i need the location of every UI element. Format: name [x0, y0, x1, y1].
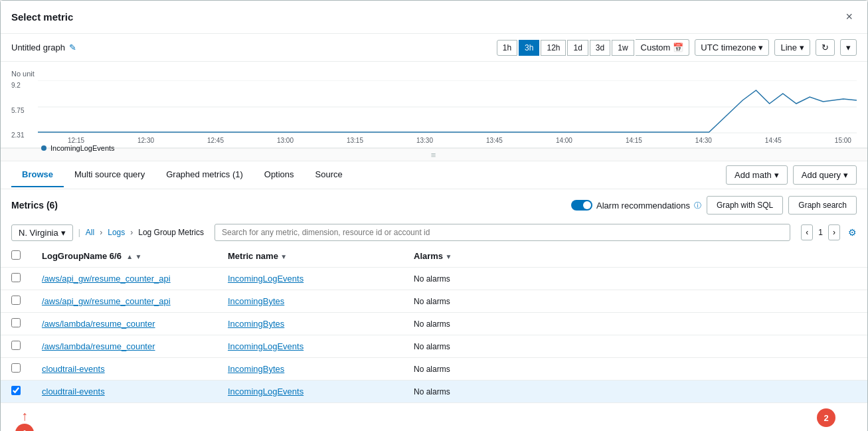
row-6-checkbox[interactable]: [11, 386, 21, 395]
row-5-metric[interactable]: IncomingBytes: [228, 364, 284, 374]
row-2-checkbox[interactable]: [11, 296, 21, 305]
current-page: 1: [816, 228, 825, 237]
select-all-checkbox[interactable]: [11, 250, 21, 260]
graph-with-sql-button[interactable]: Graph with SQL: [707, 196, 783, 215]
time-1w[interactable]: 1w: [612, 40, 634, 56]
row-1-alarms: No alarms: [403, 268, 867, 290]
arrow-down-icon-2: ↓: [823, 427, 829, 431]
alarms-filter-icon[interactable]: ▼: [445, 253, 452, 260]
chevron-down-icon-math: ▾: [774, 170, 779, 180]
loggroup-sort-icon[interactable]: ▲: [126, 253, 133, 260]
table-header-row: LogGroupName 6/6 ▲ ▼ Metric name ▼ Alarm…: [1, 245, 867, 268]
x-label-8: 14:15: [626, 137, 642, 144]
row-3-loggroup[interactable]: /aws/lambda/resume_counter: [42, 319, 155, 329]
prev-page-button[interactable]: ‹: [801, 224, 813, 240]
table-row: /aws/api_gw/resume_counter_api IncomingL…: [1, 268, 867, 290]
x-label-11: 15:00: [835, 137, 851, 144]
breadcrumb-logs[interactable]: Logs: [108, 228, 125, 237]
graph-title-area: Untitled graph ✎: [11, 43, 491, 52]
th-loggroup: LogGroupName 6/6 ▲ ▼: [31, 245, 217, 268]
no-unit-label: No unit: [11, 70, 857, 78]
tab-options[interactable]: Options: [254, 163, 305, 187]
arrow-up-icon-1: ↑: [21, 408, 28, 424]
time-custom[interactable]: Custom 📅: [636, 39, 690, 56]
time-1h[interactable]: 1h: [497, 40, 517, 56]
metric-search-bar: [215, 224, 790, 241]
close-button[interactable]: ×: [841, 9, 857, 25]
row-2-metric[interactable]: IncomingBytes: [228, 296, 284, 306]
refresh-button[interactable]: ↻: [816, 39, 835, 56]
add-query-button[interactable]: Add query ▾: [793, 165, 857, 185]
row-4-checkbox[interactable]: [11, 341, 21, 350]
breadcrumb-current: Log Group Metrics: [138, 228, 204, 237]
row-5-checkbox[interactable]: [11, 363, 21, 373]
annotation-circle-1: 1: [15, 424, 34, 431]
x-label-7: 14:00: [556, 137, 572, 144]
th-alarms: Alarms ▼: [403, 245, 867, 268]
breadcrumb-sep-1: ›: [100, 228, 102, 237]
time-1d[interactable]: 1d: [567, 40, 588, 56]
metric-filter-icon[interactable]: ▼: [280, 253, 287, 260]
row-6-alarms: No alarms: [403, 381, 867, 403]
metrics-title: Metrics (6): [11, 200, 58, 211]
row-6-metric[interactable]: IncomingLogEvents: [228, 387, 304, 396]
row-2-alarms: No alarms: [403, 290, 867, 313]
th-metric: Metric name ▼: [217, 245, 403, 268]
row-1-checkbox[interactable]: [11, 273, 21, 282]
row-5-alarms: No alarms: [403, 358, 867, 381]
th-checkbox: [1, 245, 31, 268]
chart-svg: [38, 80, 857, 133]
pagination: ‹ 1 ›: [801, 224, 840, 240]
tab-graphed-metrics[interactable]: Graphed metrics (1): [155, 163, 254, 187]
breadcrumb-sep-2: ›: [130, 228, 133, 237]
table-settings-icon[interactable]: ⚙: [848, 227, 857, 238]
metrics-controls: Alarm recommendations ⓘ Graph with SQL G…: [571, 196, 857, 215]
annotation-circle-2: 2: [817, 408, 835, 427]
x-label-10: 14:45: [765, 137, 782, 144]
tab-browse[interactable]: Browse: [11, 163, 64, 187]
table-row: /aws/lambda/resume_counter IncomingLogEv…: [1, 335, 867, 358]
info-icon[interactable]: ⓘ: [694, 201, 701, 211]
row-2-loggroup[interactable]: /aws/api_gw/resume_counter_api: [42, 296, 171, 306]
metric-search-input[interactable]: [215, 224, 790, 241]
legend: IncomingLogEvents: [41, 144, 857, 157]
edit-title-icon[interactable]: ✎: [69, 43, 76, 52]
chart-type-select[interactable]: Line ▾: [774, 39, 810, 56]
timezone-select[interactable]: UTC timezone ▾: [695, 39, 769, 56]
row-6-loggroup[interactable]: cloudtrail-events: [42, 387, 105, 396]
loggroup-filter-icon[interactable]: ▼: [135, 253, 142, 260]
time-3h[interactable]: 3h: [519, 40, 539, 56]
row-3-metric[interactable]: IncomingBytes: [228, 319, 284, 329]
y-label-mid: 5.75: [11, 107, 38, 114]
graph-search-button[interactable]: Graph search: [788, 196, 857, 215]
alarm-recommendations-toggle: Alarm recommendations ⓘ: [571, 200, 701, 211]
row-1-metric[interactable]: IncomingLogEvents: [228, 274, 304, 284]
chevron-down-icon-query: ▾: [843, 170, 848, 180]
breadcrumb-all[interactable]: All: [86, 228, 94, 237]
toggle-switch[interactable]: [571, 200, 592, 211]
add-math-button[interactable]: Add math ▾: [726, 165, 788, 185]
tabs-bar: Browse Multi source query Graphed metric…: [11, 163, 353, 187]
row-4-metric[interactable]: IncomingLogEvents: [228, 341, 304, 351]
tab-source[interactable]: Source: [305, 163, 353, 187]
alarm-label: Alarm recommendations: [596, 201, 690, 211]
annotation-1: ↑ 1: [15, 408, 34, 431]
row-4-loggroup[interactable]: /aws/lambda/resume_counter: [42, 341, 155, 351]
modal-header: Select metric ×: [1, 1, 867, 34]
graph-area: No unit 9.2 5.75 2.31 12:15 12:30 12:4: [1, 62, 867, 148]
x-label-1: 12:30: [137, 137, 154, 144]
row-1-loggroup[interactable]: /aws/api_gw/resume_counter_api: [42, 274, 171, 284]
next-page-button[interactable]: ›: [828, 224, 840, 240]
row-3-checkbox[interactable]: [11, 318, 21, 327]
tab-multi-source[interactable]: Multi source query: [64, 163, 155, 187]
separator-1: |: [78, 228, 80, 237]
time-12h[interactable]: 12h: [541, 40, 566, 56]
table-body: /aws/api_gw/resume_counter_api IncomingL…: [1, 268, 867, 403]
row-5-loggroup[interactable]: cloudtrail-events: [42, 364, 105, 374]
legend-text: IncomingLogEvents: [50, 144, 115, 152]
y-label-low: 2.31: [11, 131, 38, 139]
region-selector[interactable]: N. Virginia ▾: [11, 224, 73, 241]
more-options-button[interactable]: ▾: [840, 39, 857, 56]
row-3-alarms: No alarms: [403, 313, 867, 335]
time-3d[interactable]: 3d: [590, 40, 610, 56]
